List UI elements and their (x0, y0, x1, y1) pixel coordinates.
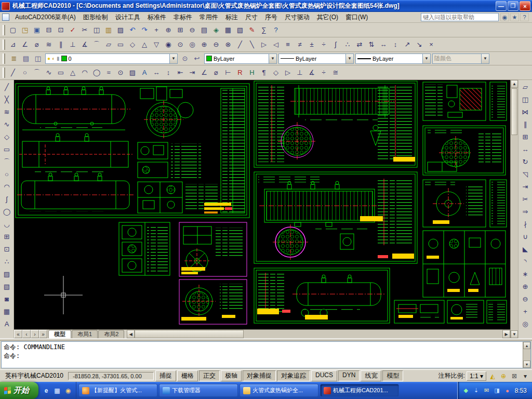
draw-dim-tool-icon[interactable]: ▷ (282, 67, 294, 78)
mech-tool-icon[interactable]: ⊕ (198, 39, 210, 50)
menu-item[interactable]: 尺寸驱动 (281, 12, 313, 23)
mech-tool-icon[interactable]: ▽ (151, 39, 162, 50)
spell-icon[interactable]: ✓ (67, 24, 78, 36)
undo-icon[interactable]: ↶ (127, 24, 138, 36)
menu-item[interactable]: 常用件 (196, 12, 222, 23)
draw-dim-tool-icon[interactable]: ╱ (7, 67, 19, 78)
ellipse-arc-icon[interactable]: ◡ (1, 218, 13, 230)
paste-icon[interactable]: ▥ (103, 24, 114, 36)
tray-alert-icon[interactable]: ● (503, 387, 512, 395)
menu-item[interactable]: AutoCAD2006菜单(A) (11, 12, 79, 23)
region-icon[interactable]: ◙ (1, 293, 13, 305)
draw-dim-tool-icon[interactable]: R (234, 67, 246, 78)
dropdown-arrow-icon[interactable]: ▼ (269, 54, 276, 63)
toolbar-grip[interactable] (3, 54, 5, 64)
move-icon[interactable]: ↔ (520, 143, 531, 155)
draw-dim-tool-icon[interactable]: ⌒ (31, 67, 43, 78)
toolbar-grip[interactable] (3, 25, 5, 35)
markup-icon[interactable]: ✎ (246, 24, 258, 36)
favorites-icon[interactable]: ? (520, 13, 529, 21)
annotation-autoscale-icon[interactable]: ⊕ (499, 371, 508, 381)
mech-tool-icon[interactable]: ∴ (342, 39, 353, 50)
circle-icon[interactable]: ○ (1, 168, 13, 180)
insert-block-icon[interactable]: ⊞ (1, 231, 13, 243)
revision-cloud-icon[interactable]: ◠ (1, 181, 13, 193)
scroll-up-icon[interactable]: ▲ (511, 80, 518, 88)
mech-tool-icon[interactable]: ⇄ (354, 39, 365, 50)
draw-dim-tool-icon[interactable]: ◇ (270, 67, 282, 78)
trim-icon[interactable]: ✂ (520, 193, 531, 205)
vertical-scroll-track[interactable] (511, 136, 518, 330)
copy-object-icon[interactable]: ◫ (520, 94, 531, 105)
offset-icon[interactable]: ∥ (520, 118, 531, 130)
draw-dim-tool-icon[interactable]: ∡ (306, 67, 317, 78)
status-toggle[interactable]: 模型 (382, 370, 403, 381)
scroll-down-icon[interactable]: ▼ (511, 330, 518, 338)
polyline-icon[interactable]: ∿ (1, 118, 13, 130)
status-toggle[interactable]: 对象捕捉 (243, 370, 276, 381)
stretch-icon[interactable]: ⇥ (520, 181, 531, 193)
taskbar-task-folder[interactable]: 火管式废热锅炉全... (240, 384, 318, 397)
tab-model[interactable]: 模型 (48, 330, 71, 338)
status-toggle[interactable]: DUCS (311, 370, 337, 381)
mech-tool-icon[interactable]: △ (139, 39, 150, 50)
mech-tool-icon[interactable]: ◉ (163, 39, 174, 50)
draw-dim-tool-icon[interactable]: ⌀ (210, 67, 222, 78)
status-toggle[interactable]: 对象追踪 (277, 370, 310, 381)
taskbar-task-cad[interactable]: 机械工程师CAD201... (320, 384, 399, 397)
scroll-up-icon[interactable]: ▲ (523, 342, 530, 349)
minimize-button[interactable]: — (496, 1, 507, 11)
vertical-scrollbar[interactable]: ▲ ▼ (510, 80, 518, 338)
mech-tool-icon[interactable]: ⌒ (91, 39, 102, 50)
make-object-layer-current-icon[interactable]: ⊙ (179, 53, 191, 64)
draw-dim-tool-icon[interactable]: ≅ (330, 67, 341, 78)
properties-icon[interactable]: ▤ (198, 24, 210, 36)
scroll-right-icon[interactable]: ▶ (502, 330, 510, 338)
help-search-input[interactable] (421, 13, 499, 21)
hatch-icon[interactable]: ▨ (1, 268, 13, 280)
mech-tool-icon[interactable]: ≡ (282, 39, 294, 50)
layer-states-icon[interactable]: ▤ (20, 53, 32, 64)
explode-icon[interactable]: ∗ (520, 268, 531, 280)
drawing-canvas[interactable] (14, 80, 510, 329)
toolbar-grip[interactable] (3, 68, 5, 78)
lineweight-dropdown[interactable]: ByLayer ▼ (355, 54, 431, 64)
layer-previous-icon[interactable]: ↩ (191, 53, 203, 64)
draw-dim-tool-icon[interactable]: A (139, 67, 150, 78)
mech-tool-icon[interactable]: ▷ (258, 39, 270, 50)
make-block-icon[interactable]: ⊡ (1, 243, 13, 255)
save-icon[interactable]: ▣ (31, 24, 43, 36)
mech-tool-icon[interactable]: ↕ (390, 39, 401, 50)
mech-tool-icon[interactable]: ◁ (270, 39, 282, 50)
menu-item[interactable]: 窗口(W) (342, 12, 371, 23)
mech-tool-icon[interactable]: ╱ (234, 39, 246, 50)
menu-item[interactable]: 其它(O) (313, 12, 342, 23)
new-icon[interactable]: ▢ (7, 24, 19, 36)
pan-tool-icon[interactable]: + (520, 305, 531, 317)
mech-tool-icon[interactable]: ⊙ (175, 39, 186, 50)
scroll-down-icon[interactable]: ▼ (523, 361, 530, 368)
plot-icon[interactable]: ⊟ (43, 24, 55, 36)
vertical-scroll-thumb[interactable] (511, 88, 517, 135)
mech-tool-icon[interactable]: ∥ (55, 39, 66, 50)
command-scrollbar[interactable]: ▲ ▼ (523, 342, 530, 368)
quick-launch-player-icon[interactable]: ◉ (63, 386, 73, 395)
fillet-icon[interactable]: ◝ (520, 256, 531, 268)
menu-item[interactable]: 图形绘制 (79, 12, 112, 23)
draw-dim-tool-icon[interactable]: ≈ (103, 67, 114, 78)
zoom-in-icon[interactable]: ⊕ (520, 281, 531, 292)
dropdown-arrow-icon[interactable]: ▼ (422, 54, 430, 63)
multiline-icon[interactable]: ≋ (1, 106, 13, 118)
tab-nav-button[interactable]: › (31, 330, 39, 338)
designcenter-icon[interactable]: ◈ (210, 24, 222, 36)
draw-dim-tool-icon[interactable]: ◠ (79, 67, 90, 78)
join-icon[interactable]: ∪ (520, 231, 531, 243)
mech-tool-icon[interactable]: ∫ (330, 39, 341, 50)
annotation-visibility-icon[interactable]: ◭ (488, 371, 497, 381)
mech-tool-icon[interactable]: ▱ (103, 39, 114, 50)
draw-dim-tool-icon[interactable]: ÷ (318, 67, 329, 78)
rectangle-icon[interactable]: ▭ (1, 143, 13, 155)
mech-tool-icon[interactable]: ⇅ (366, 39, 377, 50)
menu-item[interactable]: 序号 (261, 12, 281, 23)
tray-network-icon[interactable]: ◨ (493, 387, 501, 395)
